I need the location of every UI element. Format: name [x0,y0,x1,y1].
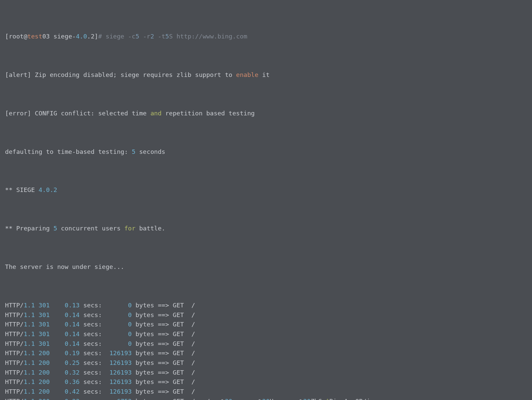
error-line: [error] CONFIG conflict: selected time a… [5,109,527,118]
http-row: HTTP/1.1 200 0.32 secs: 126193 bytes ==>… [5,368,527,378]
command: siege -c [106,33,136,40]
prompt-line: [root@test03 siege-4.0.2]# siege -c5 -r2… [5,32,527,41]
hash: # [98,33,106,40]
default-line: defaulting to time-based testing: 5 seco… [5,147,527,157]
http-row: HTTP/1.1 200 0.19 secs: 126193 bytes ==>… [5,348,527,358]
host-num: 03 [42,33,50,40]
http-row: HTTP/1.1 301 0.14 secs: 0 bytes ==> GET … [5,310,527,320]
user: root [9,33,24,40]
url: S http://www.bing.com [169,33,247,40]
http-row: HTTP/1.1 200 0.23 secs: 6752 bytes ==> G… [5,397,527,400]
http-row: HTTP/1.1 200 0.42 secs: 126193 bytes ==>… [5,387,527,397]
preparing-line: ** Preparing 5 concurrent users for batt… [5,224,527,233]
http-row: HTTP/1.1 301 0.14 secs: 0 bytes ==> GET … [5,339,527,349]
cwd: siege- [54,33,76,40]
http-row: HTTP/1.1 200 0.36 secs: 126193 bytes ==>… [5,377,527,387]
http-row: HTTP/1.1 301 0.14 secs: 0 bytes ==> GET … [5,320,527,329]
http-row: HTTP/1.1 301 0.14 secs: 0 bytes ==> GET … [5,329,527,339]
at: @ [24,33,27,40]
http-row: HTTP/1.1 200 0.25 secs: 126193 bytes ==>… [5,358,527,368]
bracket-open: [ [5,33,9,40]
http-rows: HTTP/1.1 301 0.13 secs: 0 bytes ==> GET … [5,301,527,400]
http-row: HTTP/1.1 301 0.13 secs: 0 bytes ==> GET … [5,301,527,310]
host: test [27,33,42,40]
terminal[interactable]: [root@test03 siege-4.0.2]# siege -c5 -r2… [0,0,532,400]
under-siege: The server is now under siege... [5,262,527,272]
siege-version: ** SIEGE 4.0.2 [5,185,527,195]
alert-line: [alert] Zip encoding disabled; siege req… [5,70,527,80]
